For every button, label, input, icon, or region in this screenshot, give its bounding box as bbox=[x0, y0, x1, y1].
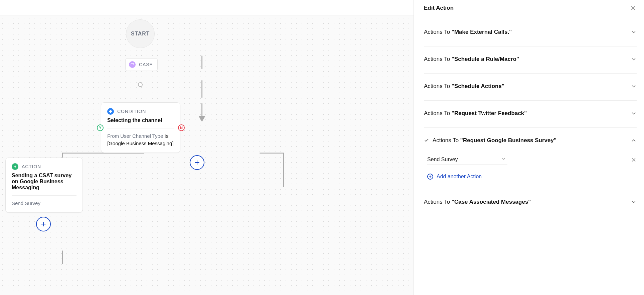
panel-header: Edit Action bbox=[414, 0, 644, 16]
branch-no-letter: N bbox=[180, 126, 183, 130]
case-chip-label: CASE bbox=[139, 62, 153, 67]
condition-field: From User Channel Type bbox=[107, 133, 163, 139]
branch-yes-letter: Y bbox=[99, 126, 101, 130]
actions-prefix: Actions To bbox=[424, 83, 452, 89]
action-group-name: "Request Twitter Feedback" bbox=[452, 110, 527, 116]
add-another-action[interactable]: Add another Action bbox=[427, 174, 482, 180]
close-icon[interactable] bbox=[630, 5, 637, 11]
action-group-name: "Case Associated Messages" bbox=[452, 199, 531, 205]
action-group-name: "Schedule Actions" bbox=[452, 83, 504, 89]
accordion-toggle[interactable]: Actions To "Schedule a Rule/Macro" bbox=[424, 46, 637, 73]
actions-prefix: Actions To bbox=[433, 137, 460, 143]
arrow-right-icon bbox=[12, 163, 18, 170]
svg-rect-4 bbox=[109, 110, 112, 113]
add-another-label: Add another Action bbox=[437, 174, 482, 180]
diamond-icon bbox=[107, 108, 114, 115]
action-title: Sending a CSAT survey on Google Business… bbox=[12, 173, 76, 191]
action-tag: ACTION bbox=[22, 164, 41, 169]
accordion-item: Actions To "Schedule Actions" bbox=[424, 74, 637, 101]
accordion-item: Actions To "Make External Calls." bbox=[424, 19, 637, 46]
connector-dot bbox=[138, 82, 143, 87]
action-group-name: "Schedule a Rule/Macro" bbox=[452, 56, 519, 62]
condition-tag: CONDITION bbox=[117, 109, 146, 114]
accordion-item: Actions To "Schedule a Rule/Macro" bbox=[424, 46, 637, 74]
accordion-toggle[interactable]: Actions To "Case Associated Messages" bbox=[424, 189, 637, 216]
action-group-name: "Make External Calls." bbox=[452, 29, 512, 35]
action-header: ACTION bbox=[12, 163, 76, 170]
action-select-value: Send Survey bbox=[427, 157, 458, 162]
edit-action-panel: Edit Action Actions To "Make External Ca… bbox=[414, 0, 644, 295]
action-body: Send Survey bbox=[12, 200, 76, 207]
panel-body: Actions To "Make External Calls." Action… bbox=[414, 16, 644, 295]
workflow-canvas[interactable]: START CASE CONDITION Selecting th bbox=[0, 15, 414, 295]
chevron-down-icon bbox=[501, 157, 506, 163]
check-icon bbox=[424, 138, 429, 143]
accordion-toggle[interactable]: Actions To "Request Google Business Surv… bbox=[424, 128, 637, 155]
accordion-toggle[interactable]: Actions To "Schedule Actions" bbox=[424, 74, 637, 100]
actions-prefix: Actions To bbox=[424, 110, 452, 116]
add-step-yes-branch[interactable] bbox=[36, 217, 51, 231]
chevron-down-icon bbox=[631, 199, 637, 205]
action-group-name: "Request Google Business Survey" bbox=[460, 137, 556, 143]
actions-prefix: Actions To bbox=[424, 56, 452, 62]
branch-no-badge: N bbox=[178, 124, 185, 131]
remove-action-icon[interactable] bbox=[631, 157, 637, 163]
accordion-toggle[interactable]: Actions To "Request Twitter Feedback" bbox=[424, 101, 637, 127]
chevron-down-icon bbox=[631, 56, 637, 62]
condition-title: Selecting the channel bbox=[107, 117, 174, 123]
connector-lines bbox=[0, 15, 414, 295]
canvas-top-bar bbox=[0, 0, 414, 15]
accordion-toggle[interactable]: Actions To "Make External Calls." bbox=[424, 19, 637, 46]
action-select[interactable]: Send Survey bbox=[427, 155, 507, 165]
condition-node[interactable]: CONDITION Selecting the channel From Use… bbox=[101, 102, 180, 153]
condition-body: From User Channel Type Is [Google Busine… bbox=[107, 132, 174, 147]
start-label: START bbox=[131, 31, 150, 37]
case-icon bbox=[129, 61, 136, 68]
action-node[interactable]: ACTION Sending a CSAT survey on Google B… bbox=[5, 158, 83, 213]
workflow-canvas-container: START CASE CONDITION Selecting th bbox=[0, 0, 414, 295]
condition-value: [Google Business Messaging] bbox=[107, 140, 173, 146]
actions-prefix: Actions To bbox=[424, 29, 452, 35]
divider bbox=[12, 195, 76, 196]
accordion-item-expanded: Actions To "Request Google Business Surv… bbox=[424, 128, 637, 189]
chevron-down-icon bbox=[631, 110, 637, 116]
divider bbox=[107, 128, 174, 128]
chevron-down-icon bbox=[631, 29, 637, 35]
accordion-item: Actions To "Request Twitter Feedback" bbox=[424, 101, 637, 128]
condition-op: Is bbox=[164, 133, 168, 139]
chevron-down-icon bbox=[631, 83, 637, 89]
actions-prefix: Actions To bbox=[424, 199, 452, 205]
chevron-up-icon bbox=[631, 137, 637, 143]
case-chip[interactable]: CASE bbox=[125, 58, 158, 71]
accordion-item: Actions To "Case Associated Messages" bbox=[424, 189, 637, 216]
condition-header: CONDITION bbox=[107, 108, 174, 115]
panel-title: Edit Action bbox=[424, 5, 454, 11]
branch-yes-badge: Y bbox=[97, 124, 104, 131]
plus-circle-icon bbox=[427, 174, 433, 180]
accordion-content: Send Survey Add another bbox=[424, 155, 637, 189]
start-node[interactable]: START bbox=[126, 19, 155, 48]
add-step-no-branch[interactable] bbox=[190, 155, 204, 170]
